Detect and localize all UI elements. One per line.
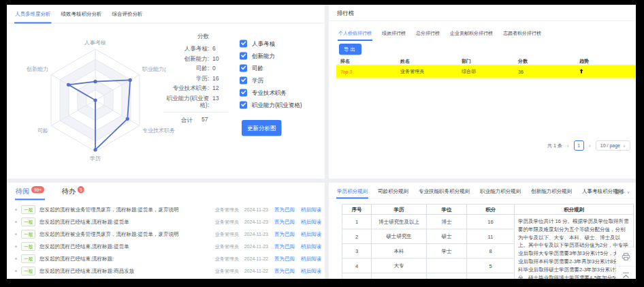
list-item: 一般您发起的流程已经结束,流程标题:提货单业务管理员2024-11-23置为已阅…: [7, 216, 325, 228]
print-button[interactable]: [616, 247, 636, 266]
checkbox-checked-icon: [240, 77, 247, 85]
update-chart-button[interactable]: 更新分析图: [242, 120, 282, 136]
rules-tab-5[interactable]: 创新能力积分规则: [530, 183, 573, 198]
column-header: 学位: [427, 205, 467, 215]
notices-panel: 待阅99+待办5 一般您发起的流程被业务管理员废弃，流程标题:提货单，废弃说明业…: [7, 183, 325, 279]
read-later-link[interactable]: 稍后阅读: [301, 219, 321, 226]
printer-icon: [622, 253, 630, 261]
analysis-tab-2[interactable]: 绩效考核积分分析: [61, 5, 103, 23]
list-item: 一般您发起的流程被业务管理员废弃，流程标题:提货单，废弃说明业务管理员2024-…: [7, 204, 325, 216]
export-button[interactable]: 导出: [339, 44, 361, 55]
mark-read-link[interactable]: 置为已阅: [274, 219, 295, 226]
back-to-top-button[interactable]: [616, 266, 636, 279]
read-later-link[interactable]: 稍后阅读: [301, 207, 321, 213]
chevron-down-icon: ∨: [623, 143, 626, 148]
page-1-button[interactable]: 1: [574, 140, 584, 151]
read-later-link[interactable]: 稍后阅读: [301, 231, 321, 238]
mark-read-link[interactable]: 置为已阅: [274, 256, 295, 262]
list-item: 一般您发起的流程已经结束,流程标题:提货单业务管理员2024-11-23置为已阅…: [7, 241, 325, 253]
bullet-icon: [15, 245, 17, 247]
column-header: 排名: [336, 58, 396, 64]
column-header: 分数: [514, 58, 575, 64]
dimension-checkbox-1[interactable]: 人事考核: [240, 40, 302, 48]
list-item: 一般您发起的流程已经结束,流程标题:商品发放业务管理员2024-11-22置为已…: [7, 265, 325, 277]
floating-toolbar: [616, 247, 636, 279]
priority-tag: 一般: [21, 205, 35, 214]
column-header: 积分规则: [515, 205, 634, 215]
tab-more[interactable]: 更多∨: [615, 189, 630, 196]
analysis-panel: 人员多维度分析绩效考核积分分析综合评价分析 人事考核职业能力(职业资格)专业技术…: [7, 5, 325, 179]
score-row: 学历:16: [163, 75, 228, 82]
radar-axis-label: 人事考核: [84, 40, 106, 46]
leaderboard-title: 排行榜: [329, 5, 636, 21]
leaderboard-tab-2[interactable]: 绩效排行榜: [381, 25, 406, 40]
rules-tab-4[interactable]: 职业能力积分规则: [479, 183, 521, 198]
leaderboard-tab-5[interactable]: 志愿者积分排行榜: [502, 25, 542, 40]
leaderboard-tab-4[interactable]: 企业贡献积分排行榜: [449, 25, 494, 40]
rules-tab-1[interactable]: 学历积分规则: [336, 183, 368, 198]
score-header: 分数: [163, 32, 228, 40]
notices-tab-2[interactable]: 待办5: [61, 185, 85, 200]
rules-panel: 学历积分规则司龄积分规则专业技能职务积分规则职业能力积分规则创新能力积分规则人事…: [329, 183, 636, 279]
dimension-checkbox-6[interactable]: 职业能力(职业资格): [240, 101, 302, 109]
total-count: 共 1 条: [547, 142, 562, 149]
score-row: 人事考核:6: [163, 46, 228, 52]
score-list: 分数 人事考核:6创新能力:10司龄:0学历:16专业技术职务:12职业能力(职…: [163, 32, 228, 124]
dimension-checkbox-3[interactable]: 司龄: [240, 64, 302, 72]
priority-tag: 一般: [21, 254, 35, 263]
read-later-link[interactable]: 稍后阅读: [301, 268, 321, 275]
bullet-icon: [15, 258, 17, 260]
bullet-icon: [15, 233, 17, 235]
checkbox-checked-icon: [240, 102, 247, 109]
checkbox-checked-icon: [240, 40, 247, 48]
dimension-checkbox-4[interactable]: 学历: [240, 76, 302, 85]
analysis-tab-3[interactable]: 综合评价分析: [112, 5, 144, 23]
leaderboard-table: 排名姓名部门分数趋势 Top 3业务管理员综合部36: [336, 58, 636, 78]
column-header: 积分: [467, 205, 515, 215]
dimension-checkbox-list: 人事考核创新能力司龄学历专业技术职务职业能力(职业资格): [240, 40, 302, 113]
read-later-link[interactable]: 稍后阅读: [301, 243, 321, 250]
priority-tag: 一般: [21, 267, 35, 275]
analysis-tabbar: 人员多维度分析绩效考核积分分析综合评价分析: [7, 5, 325, 24]
table-row[interactable]: Top 3业务管理员综合部36: [336, 65, 636, 78]
score-total: 合计 57: [163, 112, 228, 124]
rules-tab-3[interactable]: 专业技能职务积分规则: [418, 183, 470, 198]
radar-chart: 人事考核职业能力(职业资格)专业技术职务学历司龄创新能力: [10, 25, 187, 170]
score-row: 司龄:0: [163, 65, 228, 72]
analysis-tab-1[interactable]: 人员多维度分析: [14, 5, 52, 23]
leaderboard-tab-1[interactable]: 个人价值排行榜: [338, 25, 372, 40]
rules-tab-2[interactable]: 司龄积分规则: [377, 183, 409, 198]
radar-axis-label: 司龄: [37, 127, 48, 134]
table-header-row: 排名姓名部门分数趋势: [336, 58, 636, 65]
mark-read-link[interactable]: 置为已阅: [274, 268, 295, 275]
mark-read-link[interactable]: 置为已阅: [274, 207, 295, 213]
score-row: 职业能力(职业资格):13: [163, 95, 228, 108]
bullet-icon: [15, 221, 17, 223]
chevron-down-icon: ∨: [627, 190, 630, 195]
mark-read-link[interactable]: 置为已阅: [274, 231, 295, 238]
mark-read-link[interactable]: 置为已阅: [274, 243, 295, 250]
checkbox-checked-icon: [240, 65, 247, 72]
total-value: 57: [202, 116, 208, 124]
rules-table: 序号学历学位积分积分规则1博士研究生及以上博士16学历及学位共计 16 分。根据…: [342, 204, 634, 279]
read-later-link[interactable]: 稍后阅读: [301, 256, 321, 262]
dimension-checkbox-2[interactable]: 创新能力: [240, 52, 302, 60]
count-badge: 99+: [31, 186, 44, 194]
list-item: 一般您发起的流程已经结束,流程标题:业务管理员2024-11-22置为已阅稍后阅…: [7, 253, 325, 265]
next-page-button[interactable]: ›: [589, 142, 591, 149]
notices-tab-1[interactable]: 待阅99+: [15, 185, 45, 200]
count-badge: 5: [78, 186, 84, 194]
page-size-select[interactable]: 10 / page∨: [596, 140, 630, 151]
prev-page-button[interactable]: ‹: [567, 142, 569, 149]
priority-tag: 一般: [21, 242, 35, 251]
dimension-checkbox-5[interactable]: 专业技术职务: [240, 89, 302, 97]
leaderboard-tab-3[interactable]: 总分排行榜: [415, 25, 440, 40]
column-header: 部门: [457, 58, 514, 64]
radar-axis-label: 专业技术职务: [142, 127, 175, 134]
column-header: 序号: [342, 205, 372, 215]
trend-up-icon: [579, 69, 583, 74]
chevron-up-icon: [622, 272, 630, 279]
column-header: 趋势: [575, 58, 636, 64]
priority-tag: 一般: [21, 230, 35, 239]
leaderboard-tabbar: 个人价值排行榜绩效排行榜总分排行榜企业贡献积分排行榜志愿者积分排行榜: [329, 25, 636, 40]
